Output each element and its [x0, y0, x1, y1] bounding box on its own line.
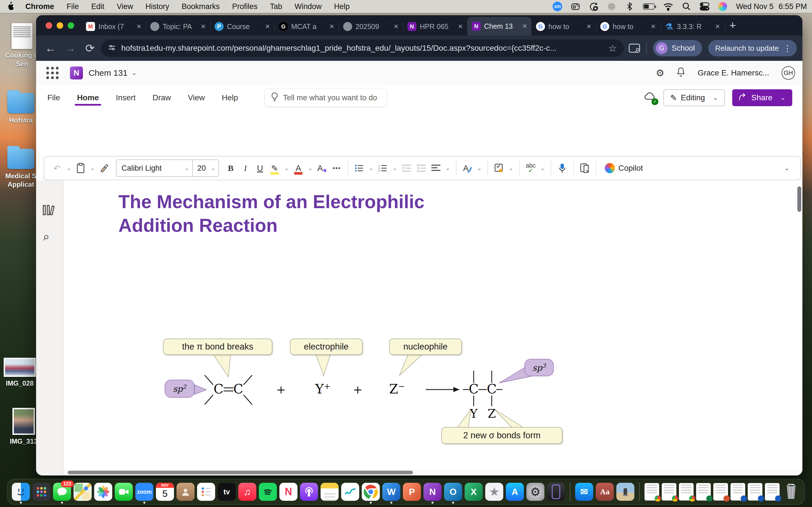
ribbon-overflow-chevron-icon[interactable]: ⌄ [784, 165, 794, 172]
reload-button[interactable]: ⟳ [81, 42, 99, 55]
menu-tab-insert[interactable]: Insert [115, 88, 137, 107]
menu-tab-home[interactable]: Home [76, 88, 100, 107]
onenote-logo-icon[interactable]: N [70, 66, 83, 79]
dock-facetime-icon[interactable] [115, 483, 133, 501]
profile-chip[interactable]: G School [653, 40, 702, 56]
dock-mail-icon[interactable]: ✉ [575, 483, 593, 501]
numbered-list-button[interactable]: 123 [376, 160, 389, 176]
tab-close-icon[interactable]: × [585, 22, 593, 31]
tab-close-icon[interactable]: × [649, 22, 657, 31]
page-panel-button[interactable] [578, 160, 591, 176]
menubar-time[interactable]: 6:55 PM [778, 2, 807, 11]
address-bar[interactable]: hofstra1edu-my.sharepoint.com/personal/g… [101, 40, 624, 57]
dock-app-store-icon[interactable]: A [506, 483, 524, 501]
bookmark-star-icon[interactable]: ☆ [608, 43, 617, 54]
dock-spotify-icon[interactable] [259, 483, 277, 501]
alignment-chevron-icon[interactable]: ⌄ [444, 160, 451, 176]
user-avatar[interactable]: GH [781, 66, 795, 80]
desktop-item-cooking-doc[interactable]: Cooking CSen [4, 23, 40, 68]
menubar-item-chrome[interactable]: Chrome [19, 2, 60, 11]
tab-close-icon[interactable]: × [199, 22, 207, 31]
highlight-chevron-icon[interactable]: ⌄ [283, 160, 290, 176]
dock-excel-icon[interactable]: X [465, 483, 483, 501]
dock-chrome-window-1[interactable] [645, 483, 659, 501]
dock-powerpoint-window[interactable] [713, 483, 728, 501]
minimize-window-button[interactable] [57, 22, 63, 29]
apple-menu-icon[interactable] [5, 2, 16, 11]
more-font-options-button[interactable]: ••• [330, 160, 343, 176]
tab-10[interactable]: ⚗3.3.3: R× [660, 17, 724, 36]
menubar-item-profiles[interactable]: Profiles [226, 2, 264, 11]
sync-error-icon[interactable] [589, 2, 598, 11]
battery-icon[interactable] [643, 2, 655, 11]
italic-button[interactable]: I [239, 160, 252, 176]
tab-close-icon[interactable]: × [135, 22, 143, 31]
dock-dictionary-icon[interactable]: Aa [596, 483, 614, 501]
dock-messages-icon[interactable]: 122 [53, 483, 71, 501]
dock-apple-tv-icon[interactable]: tv [218, 483, 236, 501]
font-name-select[interactable]: Calibri Light [116, 164, 184, 173]
underline-button[interactable]: U [253, 160, 266, 176]
dock-reminders-icon[interactable] [197, 483, 215, 501]
horizontal-scrollbar-thumb[interactable] [68, 471, 413, 474]
tab-9[interactable]: Ghow to× [596, 17, 660, 36]
dock-desktop-files-icon[interactable] [616, 483, 635, 501]
tab-7-active[interactable]: NChem 13× [467, 17, 531, 36]
tab-5[interactable]: 202509× [339, 17, 403, 36]
share-button[interactable]: Share ⌄ [732, 89, 792, 106]
zoom-app-icon[interactable]: zm [553, 2, 562, 11]
desktop-item-hofstra-folder[interactable]: Hofstra [3, 93, 39, 124]
dock-finder-icon[interactable] [12, 483, 30, 501]
desktop-item-medical-folder[interactable]: Medical SApplicat [3, 149, 39, 189]
horizontal-scrollbar[interactable] [63, 469, 802, 475]
tab-1[interactable]: MInbox (7× [82, 17, 146, 36]
styles-chevron-icon[interactable]: ⌄ [476, 160, 483, 176]
screen-capture-icon[interactable] [571, 2, 580, 11]
menubar-item-file[interactable]: File [60, 2, 85, 11]
dock-podcasts-icon[interactable] [300, 483, 318, 501]
bullet-list-button[interactable] [353, 160, 366, 176]
menu-tab-help[interactable]: Help [220, 88, 239, 107]
control-center-icon[interactable] [700, 2, 709, 11]
tab-close-icon[interactable]: × [521, 22, 529, 31]
tab-close-icon[interactable]: × [264, 22, 271, 31]
clear-formatting-button[interactable]: A◆ [315, 160, 328, 176]
notifications-bell-icon[interactable] [677, 67, 685, 79]
tag-button[interactable] [493, 160, 506, 176]
bluetooth-icon[interactable] [625, 2, 635, 11]
menu-tab-view[interactable]: View [187, 88, 206, 107]
spelling-chevron-icon[interactable]: ⌄ [539, 160, 546, 176]
menubar-item-window[interactable]: Window [289, 2, 328, 11]
dock-news-icon[interactable]: N [280, 483, 297, 501]
page-title[interactable]: The Mechanism of an Electrophilic Additi… [118, 190, 598, 237]
dock-iphone-mirroring-icon[interactable] [547, 483, 565, 501]
tab-2[interactable]: Topic: PA× [146, 17, 210, 36]
dock-maps-icon[interactable] [73, 483, 92, 501]
spelling-button[interactable]: abc ✓ [524, 160, 537, 176]
menubar-item-history[interactable]: History [139, 2, 175, 11]
dock-chrome-window-2[interactable] [662, 483, 676, 501]
relaunch-to-update-button[interactable]: Relaunch to update ⋮ [708, 40, 797, 56]
tell-me-search[interactable]: Tell me what you want to do [265, 89, 386, 107]
dock-photos-icon[interactable] [94, 483, 112, 501]
tab-close-icon[interactable]: × [456, 22, 464, 31]
forward-button[interactable]: → [61, 42, 79, 55]
tab-8[interactable]: Ghow to× [531, 17, 596, 36]
undo-button[interactable]: ↶ [50, 160, 63, 176]
app-launcher-icon[interactable] [46, 67, 59, 79]
paste-button[interactable] [74, 160, 87, 176]
menu-tab-draw[interactable]: Draw [151, 88, 172, 107]
zoom-window-button[interactable] [68, 22, 74, 29]
tab-3[interactable]: PCourse× [210, 17, 274, 36]
dictate-microphone-button[interactable] [556, 160, 569, 176]
font-size-chevron-icon[interactable]: ⌄ [210, 165, 218, 171]
font-color-button[interactable]: A [292, 160, 305, 176]
menubar-item-edit[interactable]: Edit [85, 2, 111, 11]
numbered-list-chevron-icon[interactable]: ⌄ [391, 160, 398, 176]
desktop-item-img-028[interactable]: IMG_028 [2, 358, 38, 388]
tab-4[interactable]: GMCAT a× [274, 17, 339, 36]
indent-button[interactable] [415, 160, 428, 176]
tab-close-icon[interactable]: × [328, 22, 336, 31]
tab-close-icon[interactable]: × [392, 22, 400, 31]
back-button[interactable]: ← [42, 42, 59, 55]
